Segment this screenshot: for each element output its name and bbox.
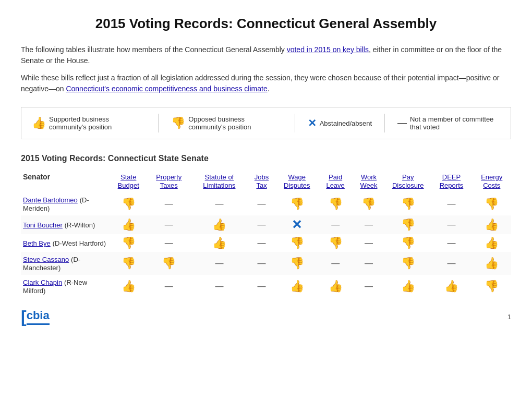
- table-row: Steve Cassano (D-Manchester)👎👎——👎——👎—👍: [21, 252, 511, 275]
- vote-down-icon: 👎: [290, 236, 304, 249]
- col-header-link-work_week[interactable]: Work Week: [360, 173, 377, 189]
- legend-supported-label: Supported business community's position: [49, 115, 146, 131]
- vote-dash-icon: —: [331, 220, 340, 229]
- vote-cell-energy_costs: 👎: [473, 275, 511, 298]
- page-title: 2015 Voting Records: Connecticut General…: [21, 16, 511, 32]
- intro-link-2[interactable]: Connecticut's economic competitiveness a…: [66, 84, 267, 93]
- vote-cell-property_taxes: —: [147, 192, 190, 215]
- legend-opposed: 👎 Opposed business community's position: [171, 115, 282, 131]
- vote-up-icon: 👍: [485, 218, 499, 231]
- table-row: Toni Boucher (R-Wilton)👍—👍—✕——👎—👍: [21, 215, 511, 234]
- vote-down-icon: 👎: [122, 197, 136, 210]
- table-row: Clark Chapin (R-New Milford)👍———👍👍—👍👍👎: [21, 275, 511, 298]
- intro-link-1[interactable]: voted in 2015 on key bills: [287, 45, 369, 54]
- vote-dash-icon: —: [258, 282, 266, 291]
- vote-cell-statute_limitations: 👍: [190, 215, 248, 234]
- senator-name-link[interactable]: Dante Bartolomeo: [23, 196, 78, 204]
- col-header-wage_disputes: Wage Disputes: [275, 170, 319, 192]
- senator-cell-0: Dante Bartolomeo (D-Meriden): [21, 192, 110, 215]
- vote-dash-icon: —: [365, 259, 373, 268]
- vote-down-icon: 👎: [485, 197, 499, 210]
- vote-dash-icon: —: [331, 259, 340, 268]
- vote-down-icon: 👎: [485, 280, 499, 293]
- col-header-link-statute_limitations[interactable]: Statute of Limitations: [203, 173, 235, 189]
- vote-up-icon: 👍: [444, 280, 458, 293]
- vote-cell-jobs_tax: —: [248, 192, 275, 215]
- legend-divider-1: [158, 114, 159, 132]
- col-header-link-wage_disputes[interactable]: Wage Disputes: [284, 173, 310, 189]
- col-header-property_taxes: Property Taxes: [147, 170, 190, 192]
- legend-abstained-label: Abstained/absent: [320, 119, 372, 127]
- vote-up-icon: 👍: [290, 280, 304, 293]
- vote-cell-energy_costs: 👎: [473, 192, 511, 215]
- vote-dash-icon: —: [448, 238, 456, 247]
- legend-divider-3: [384, 114, 385, 132]
- vote-cell-statute_limitations: —: [190, 192, 248, 215]
- vote-cell-statute_limitations: —: [190, 252, 248, 275]
- col-header-link-deep_reports[interactable]: DEEP Reports: [440, 173, 464, 189]
- legend-supported: 👍 Supported business community's positio…: [32, 115, 146, 131]
- vote-down-icon: 👎: [329, 197, 343, 210]
- col-header-link-pay_disclosure[interactable]: Pay Disclosure: [392, 173, 424, 189]
- senator-party: (R-Wilton): [65, 221, 95, 229]
- legend-not-member-label: Not a member of committee that voted: [410, 115, 500, 131]
- vote-cell-wage_disputes: ✕: [275, 215, 319, 234]
- vote-dash-icon: —: [165, 220, 173, 229]
- vote-dash-icon: —: [165, 282, 173, 291]
- vote-dash-icon: —: [448, 259, 456, 268]
- logo-text: cbia: [27, 309, 50, 325]
- vote-cell-jobs_tax: —: [248, 215, 275, 234]
- col-header-state_budget: State Budget: [110, 170, 147, 192]
- col-header-pay_disclosure: Pay Disclosure: [385, 170, 430, 192]
- vote-down-icon: 👎: [401, 197, 415, 210]
- vote-dash-icon: —: [448, 220, 456, 229]
- col-header-link-property_taxes[interactable]: Property Taxes: [156, 173, 182, 189]
- vote-down-icon: 👎: [122, 257, 136, 270]
- vote-up-icon: 👍: [485, 236, 499, 249]
- vote-dash-icon: —: [215, 259, 223, 268]
- table-row: Beth Bye (D-West Hartford)👎—👍—👎👎—👎—👍: [21, 234, 511, 252]
- vote-cell-wage_disputes: 👎: [275, 234, 319, 252]
- vote-up-icon: 👍: [401, 280, 415, 293]
- vote-up-icon: 👍: [329, 280, 343, 293]
- x-mark-icon: ✕: [308, 117, 317, 129]
- senator-name-link[interactable]: Beth Bye: [23, 239, 51, 247]
- senator-name-link[interactable]: Toni Boucher: [23, 221, 63, 229]
- vote-dash-icon: —: [215, 199, 223, 208]
- vote-up-icon: 👍: [122, 218, 136, 231]
- vote-cell-pay_disclosure: 👎: [385, 234, 430, 252]
- dash-icon: —: [397, 118, 407, 129]
- vote-cell-pay_disclosure: 👎: [385, 252, 430, 275]
- col-header-link-state_budget[interactable]: State Budget: [118, 173, 139, 189]
- vote-cell-jobs_tax: —: [248, 275, 275, 298]
- vote-dash-icon: —: [258, 238, 266, 247]
- vote-cell-statute_limitations: 👍: [190, 234, 248, 252]
- legend: 👍 Supported business community's positio…: [21, 107, 511, 139]
- col-header-link-paid_leave[interactable]: Paid Leave: [326, 173, 344, 189]
- vote-cell-deep_reports: —: [430, 234, 472, 252]
- col-header-paid_leave: Paid Leave: [319, 170, 352, 192]
- col-header-senator: Senator: [21, 170, 110, 192]
- senate-table: Senator State BudgetProperty TaxesStatut…: [21, 170, 511, 298]
- vote-cell-work_week: —: [352, 215, 385, 234]
- vote-cell-paid_leave: 👎: [319, 234, 352, 252]
- vote-cell-paid_leave: 👎: [319, 192, 352, 215]
- senator-cell-2: Beth Bye (D-West Hartford): [21, 234, 110, 252]
- footer: [ cbia 1: [21, 308, 511, 325]
- vote-cell-energy_costs: 👍: [473, 215, 511, 234]
- vote-cell-statute_limitations: —: [190, 275, 248, 298]
- vote-up-icon: 👍: [485, 257, 499, 270]
- vote-cell-jobs_tax: —: [248, 252, 275, 275]
- vote-cell-pay_disclosure: 👍: [385, 275, 430, 298]
- senator-name-link[interactable]: Clark Chapin: [23, 279, 62, 286]
- col-header-link-jobs_tax[interactable]: Jobs Tax: [255, 173, 269, 189]
- vote-cell-wage_disputes: 👎: [275, 192, 319, 215]
- vote-cell-state_budget: 👎: [110, 192, 147, 215]
- vote-cell-state_budget: 👎: [110, 234, 147, 252]
- vote-dash-icon: —: [365, 220, 373, 229]
- legend-not-member: — Not a member of committee that voted: [397, 115, 500, 131]
- col-header-jobs_tax: Jobs Tax: [248, 170, 275, 192]
- col-header-link-energy_costs[interactable]: Energy Costs: [481, 173, 502, 189]
- senator-name-link[interactable]: Steve Cassano: [23, 256, 69, 263]
- vote-cell-pay_disclosure: 👎: [385, 192, 430, 215]
